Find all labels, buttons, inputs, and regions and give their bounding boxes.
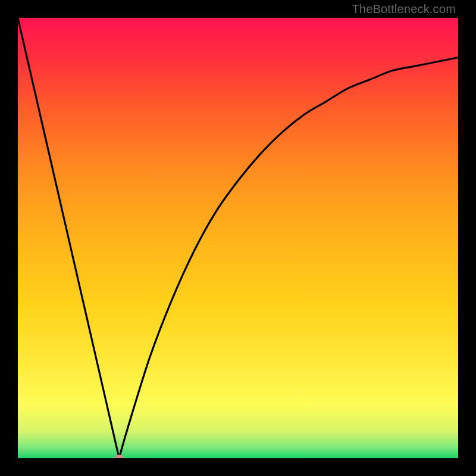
bottleneck-curve [18,18,458,458]
minimum-marker [114,455,124,458]
chart-frame: TheBottleneck.com [0,0,476,476]
curve-layer [18,18,458,458]
plot-area [18,18,458,458]
watermark-text: TheBottleneck.com [352,2,456,16]
